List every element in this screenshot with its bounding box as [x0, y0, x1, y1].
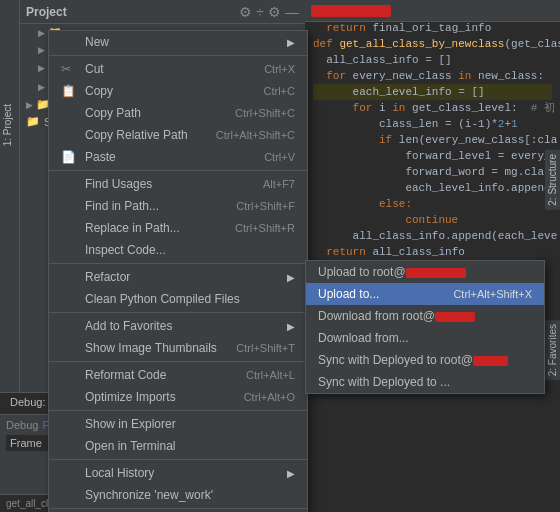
shortcut-label: Ctrl+Shift+T: [236, 342, 295, 354]
code-line: forward_level = every_n: [313, 148, 552, 164]
shortcut-label: Ctrl+C: [264, 85, 295, 97]
menu-label: Paste: [85, 150, 256, 164]
menu-item-copy-relative-path[interactable]: Copy Relative Path Ctrl+Alt+Shift+C: [49, 124, 307, 146]
project-panel: Project ⚙ ÷ ⚙ — ▶ 📁 new_ ▶ 📁 es ▶ 📁 标 ▶ …: [20, 0, 305, 512]
tree-arrow: ▶: [38, 45, 45, 55]
menu-label: Copy Relative Path: [85, 128, 208, 142]
menu-item-image-thumbnails[interactable]: Show Image Thumbnails Ctrl+Shift+T: [49, 337, 307, 359]
code-line: all_class_info.append(each_leve: [313, 228, 552, 244]
structure-side-tab[interactable]: 2: Structure: [545, 150, 560, 210]
menu-label: Find Usages: [85, 177, 255, 191]
code-line: class_len = (i-1)*2+1: [313, 116, 552, 132]
menu-item-optimize-imports[interactable]: Optimize Imports Ctrl+Alt+O: [49, 386, 307, 408]
menu-item-add-favorites[interactable]: Add to Favorites ▶: [49, 315, 307, 337]
code-editor: final_ori_tag_info.append(every return f…: [305, 0, 560, 512]
tree-arrow: ▶: [26, 100, 33, 110]
copy-icon: 📋: [61, 84, 79, 98]
menu-item-synchronize[interactable]: Synchronize 'new_work': [49, 484, 307, 506]
menu-label: Copy Path: [85, 106, 227, 120]
code-line: def get_all_class_by_newclass(get_class: [313, 36, 552, 52]
menu-item-copy[interactable]: 📋 Copy Ctrl+C: [49, 80, 307, 102]
menu-label: Replace in Path...: [85, 221, 227, 235]
menu-separator: [49, 263, 307, 264]
menu-label: Show in Explorer: [85, 417, 295, 431]
title-redacted: [311, 5, 391, 17]
menu-item-open-terminal[interactable]: Open in Terminal: [49, 435, 307, 457]
menu-item-inspect-code[interactable]: Inspect Code...: [49, 239, 307, 261]
frame-label: Frame: [10, 437, 42, 449]
submenu-label: Download from...: [318, 331, 532, 345]
submenu-item-download-root[interactable]: Download from root@: [306, 305, 544, 327]
menu-item-local-history[interactable]: Local History ▶: [49, 462, 307, 484]
shortcut-label: Ctrl+Alt+Shift+C: [216, 129, 295, 141]
menu-separator: [49, 410, 307, 411]
context-menu: New ▶ ✂ Cut Ctrl+X 📋 Copy Ctrl+C Copy Pa…: [48, 30, 308, 512]
code-line: each_level_info = []: [313, 84, 552, 100]
title-bar: [305, 0, 560, 22]
submenu-label: Sync with Deployed to ...: [318, 375, 532, 389]
menu-item-find-usages[interactable]: Find Usages Alt+F7: [49, 173, 307, 195]
code-line: forward_word = mg.class: [313, 164, 552, 180]
divide-icon[interactable]: ÷: [256, 4, 264, 20]
menu-item-find-in-path[interactable]: Find in Path... Ctrl+Shift+F: [49, 195, 307, 217]
submenu-label: Upload to root@: [318, 265, 532, 279]
code-line: for i in get_class_level: # 初: [313, 100, 552, 116]
menu-label: Refactor: [85, 270, 283, 284]
favorites-side-tab[interactable]: 2: Favorites: [545, 320, 560, 380]
project-header: Project ⚙ ÷ ⚙ —: [20, 0, 305, 24]
gear-icon[interactable]: ⚙: [268, 4, 281, 20]
code-line: return all_class_info: [313, 244, 552, 260]
menu-label: Local History: [85, 466, 283, 480]
code-line: if len(every_new_class[:cla: [313, 132, 552, 148]
menu-item-paste[interactable]: 📄 Paste Ctrl+V: [49, 146, 307, 168]
submenu-arrow: ▶: [287, 37, 295, 48]
menu-separator: [49, 312, 307, 313]
menu-item-copy-path[interactable]: Copy Path Ctrl+Shift+C: [49, 102, 307, 124]
code-line: else:: [313, 196, 552, 212]
menu-label: Clean Python Compiled Files: [85, 292, 295, 306]
menu-item-reformat[interactable]: Reformat Code Ctrl+Alt+L: [49, 364, 307, 386]
menu-item-cut[interactable]: ✂ Cut Ctrl+X: [49, 58, 307, 80]
submenu-item-upload-to[interactable]: Upload to... Ctrl+Alt+Shift+X: [306, 283, 544, 305]
menu-item-clean-python[interactable]: Clean Python Compiled Files: [49, 288, 307, 310]
paste-icon: 📄: [61, 150, 79, 164]
menu-item-refactor[interactable]: Refactor ▶: [49, 266, 307, 288]
menu-label: Show Image Thumbnails: [85, 341, 228, 355]
shortcut-label: Ctrl+X: [264, 63, 295, 75]
menu-label: Open in Terminal: [85, 439, 295, 453]
code-line: continue: [313, 212, 552, 228]
header-icons: ⚙ ÷ ⚙ —: [239, 4, 299, 20]
code-line: return final_ori_tag_info: [313, 20, 552, 36]
submenu-item-download-from[interactable]: Download from...: [306, 327, 544, 349]
submenu-item-upload-root[interactable]: Upload to root@: [306, 261, 544, 283]
menu-item-replace-in-path[interactable]: Replace in Path... Ctrl+Shift+R: [49, 217, 307, 239]
menu-separator: [49, 55, 307, 56]
shortcut-label: Ctrl+Alt+L: [246, 369, 295, 381]
settings-icon[interactable]: ⚙: [239, 4, 252, 20]
menu-label: Add to Favorites: [85, 319, 283, 333]
shortcut-label: Ctrl+Alt+O: [244, 391, 295, 403]
project-side-tab[interactable]: 1: Project: [0, 100, 15, 150]
menu-separator: [49, 361, 307, 362]
tree-arrow: ▶: [38, 82, 45, 92]
minimize-icon[interactable]: —: [285, 4, 299, 20]
tree-arrow: ▶: [38, 28, 45, 38]
deployment-submenu: Upload to root@ Upload to... Ctrl+Alt+Sh…: [305, 260, 545, 394]
submenu-arrow: ▶: [287, 272, 295, 283]
submenu-item-sync-root[interactable]: Sync with Deployed to root@: [306, 349, 544, 371]
code-line: for every_new_class in new_class:: [313, 68, 552, 84]
submenu-arrow: ▶: [287, 468, 295, 479]
menu-separator: [49, 170, 307, 171]
shortcut-label: Alt+F7: [263, 178, 295, 190]
menu-item-new[interactable]: New ▶: [49, 31, 307, 53]
menu-label: New: [85, 35, 283, 49]
project-title: Project: [26, 5, 239, 19]
debug-label: Debug: [6, 419, 38, 431]
shortcut-label: Ctrl+Shift+F: [236, 200, 295, 212]
submenu-label: Download from root@: [318, 309, 532, 323]
menu-label: Reformat Code: [85, 368, 238, 382]
cut-icon: ✂: [61, 62, 79, 76]
submenu-item-sync-to[interactable]: Sync with Deployed to ...: [306, 371, 544, 393]
menu-label: Find in Path...: [85, 199, 228, 213]
menu-item-show-explorer[interactable]: Show in Explorer: [49, 413, 307, 435]
